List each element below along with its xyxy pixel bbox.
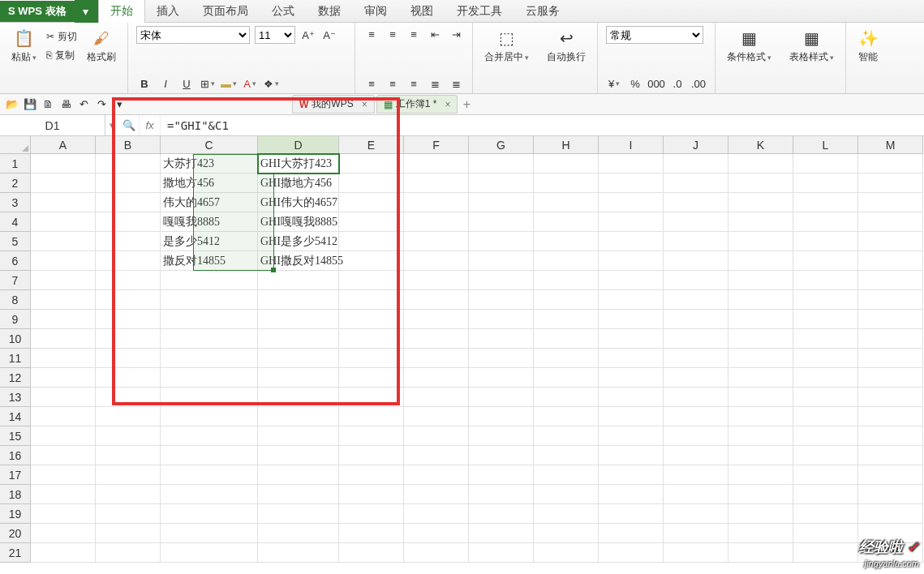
column-header-A[interactable]: A	[31, 136, 96, 154]
table-style-button[interactable]: ▦ 表格样式	[786, 26, 837, 66]
cell-B7[interactable]	[96, 271, 161, 290]
cell-C13[interactable]	[161, 388, 258, 407]
cell-M17[interactable]	[858, 465, 923, 485]
name-box[interactable]: D1	[0, 115, 105, 135]
cell-G17[interactable]	[469, 465, 534, 485]
cell-C15[interactable]	[161, 426, 258, 446]
cell-C4[interactable]: 嘎嘎我8885	[161, 212, 258, 232]
cell-D6[interactable]: GHI撒反对14855	[258, 251, 339, 271]
cell-I16[interactable]	[599, 446, 664, 465]
menu-tab-pagelayout[interactable]: 页面布局	[191, 0, 260, 23]
cell-K10[interactable]	[728, 329, 793, 349]
cell-M1[interactable]	[858, 154, 923, 173]
cell-H12[interactable]	[534, 368, 599, 388]
cell-G18[interactable]	[469, 485, 534, 504]
cell-M9[interactable]	[858, 310, 923, 329]
cell-A11[interactable]	[31, 349, 96, 368]
cell-B16[interactable]	[96, 446, 161, 465]
cell-I5[interactable]	[599, 232, 664, 251]
select-all-corner[interactable]	[0, 136, 31, 154]
cell-J16[interactable]	[664, 446, 728, 465]
cell-K20[interactable]	[728, 524, 793, 543]
cell-J2[interactable]	[664, 173, 728, 193]
cell-I11[interactable]	[599, 349, 664, 368]
cell-C9[interactable]	[161, 310, 258, 329]
cell-E13[interactable]	[339, 388, 404, 407]
cell-A12[interactable]	[31, 368, 96, 388]
cell-G13[interactable]	[469, 388, 534, 407]
cell-G8[interactable]	[469, 290, 534, 310]
cell-E15[interactable]	[339, 426, 404, 446]
cell-K12[interactable]	[728, 368, 793, 388]
cell-B19[interactable]	[96, 504, 161, 524]
align-center-icon[interactable]: ≡	[385, 75, 401, 92]
cell-C19[interactable]	[161, 504, 258, 524]
cell-F9[interactable]	[404, 310, 469, 329]
cell-A4[interactable]	[31, 212, 96, 232]
cell-E14[interactable]	[339, 407, 404, 426]
cell-K21[interactable]	[728, 543, 793, 563]
cell-D7[interactable]	[258, 271, 339, 290]
cell-A18[interactable]	[31, 485, 96, 504]
cell-K17[interactable]	[728, 465, 793, 485]
cell-F16[interactable]	[404, 446, 469, 465]
cell-D20[interactable]	[258, 524, 339, 543]
cell-E7[interactable]	[339, 271, 404, 290]
cell-F6[interactable]	[404, 251, 469, 271]
cell-J3[interactable]	[664, 193, 728, 212]
cell-J11[interactable]	[664, 349, 728, 368]
cell-M8[interactable]	[858, 290, 923, 310]
cell-K13[interactable]	[728, 388, 793, 407]
save-icon[interactable]: 💾	[23, 97, 37, 112]
cell-K19[interactable]	[728, 504, 793, 524]
cell-H13[interactable]	[534, 388, 599, 407]
cell-A5[interactable]	[31, 232, 96, 251]
cell-F8[interactable]	[404, 290, 469, 310]
cell-K18[interactable]	[728, 485, 793, 504]
align-bottom-icon[interactable]: ≡	[406, 26, 422, 42]
cell-C1[interactable]: 大苏打423	[161, 154, 258, 173]
cell-M5[interactable]	[858, 232, 923, 251]
cell-B10[interactable]	[96, 329, 161, 349]
cell-G15[interactable]	[469, 426, 534, 446]
cell-J19[interactable]	[664, 504, 728, 524]
cell-C8[interactable]	[161, 290, 258, 310]
cell-M11[interactable]	[858, 349, 923, 368]
comma-button[interactable]: 000	[648, 75, 664, 92]
wrap-text-button[interactable]: ↩ 自动换行	[544, 26, 589, 66]
cell-L15[interactable]	[793, 426, 858, 446]
cell-M19[interactable]	[858, 504, 923, 524]
cell-B18[interactable]	[96, 485, 161, 504]
cell-D13[interactable]	[258, 388, 339, 407]
cell-F4[interactable]	[404, 212, 469, 232]
row-header-12[interactable]: 12	[0, 368, 31, 388]
cell-L9[interactable]	[793, 310, 858, 329]
conditional-format-button[interactable]: ▦ 条件格式	[724, 26, 775, 66]
cell-F5[interactable]	[404, 232, 469, 251]
cell-I6[interactable]	[599, 251, 664, 271]
decrease-decimal-icon[interactable]: .0	[669, 75, 685, 92]
formula-input[interactable]: ="GHI"&C1	[161, 119, 924, 132]
cell-I4[interactable]	[599, 212, 664, 232]
copy-button[interactable]: ⎘复制	[45, 48, 79, 63]
cell-L21[interactable]	[793, 543, 858, 563]
cell-I13[interactable]	[599, 388, 664, 407]
row-header-10[interactable]: 10	[0, 329, 31, 349]
menu-tab-review[interactable]: 审阅	[353, 0, 399, 23]
cell-J1[interactable]	[664, 154, 728, 173]
cell-G1[interactable]	[469, 154, 534, 173]
column-header-C[interactable]: C	[161, 136, 258, 154]
cell-B8[interactable]	[96, 290, 161, 310]
row-header-21[interactable]: 21	[0, 543, 31, 563]
align-right-icon[interactable]: ≡	[406, 75, 422, 92]
cell-A8[interactable]	[31, 290, 96, 310]
align-justify-icon[interactable]: ≣	[427, 75, 443, 92]
cell-H5[interactable]	[534, 232, 599, 251]
cell-B6[interactable]	[96, 251, 161, 271]
underline-button[interactable]: U	[178, 75, 195, 92]
cell-F3[interactable]	[404, 193, 469, 212]
cell-J5[interactable]	[664, 232, 728, 251]
menu-tab-formula[interactable]: 公式	[260, 0, 307, 23]
cell-I17[interactable]	[599, 465, 664, 485]
row-header-20[interactable]: 20	[0, 524, 31, 543]
